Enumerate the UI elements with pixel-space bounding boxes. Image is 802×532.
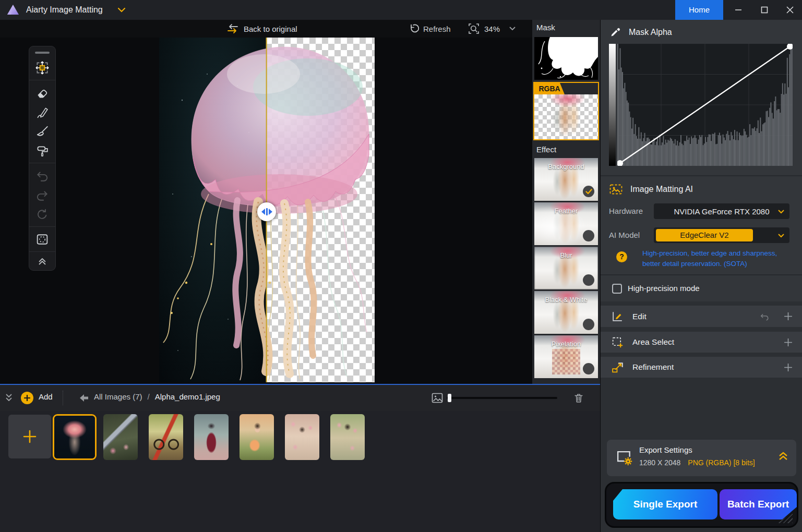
breadcrumb: All Images (7) / Alpha_demo1.jpeg xyxy=(94,392,220,401)
edit-section-row[interactable]: Edit xyxy=(601,306,802,327)
move-tool-button[interactable] xyxy=(31,58,54,77)
thumb-woman-red-dress[interactable] xyxy=(194,414,229,460)
slider-handle[interactable] xyxy=(448,394,451,402)
single-export-button[interactable]: Single Export xyxy=(613,489,717,519)
hardware-dropdown[interactable]: NVIDIA GeForce RTX 2080 xyxy=(654,203,789,219)
ai-model-value: EdgeClear V2 xyxy=(656,229,753,241)
thumbnail-size-slider[interactable] xyxy=(447,397,557,399)
trash-icon xyxy=(573,392,584,404)
right-panel: Mask Alpha Image Matting AI Hardware xyxy=(600,20,802,532)
edit-undo-icon[interactable] xyxy=(759,311,770,322)
effect-label: Blur xyxy=(534,251,598,259)
compare-preview[interactable] xyxy=(159,38,375,382)
thumb-jellyfish-selected[interactable] xyxy=(53,414,97,460)
effect-thumb-pixelation[interactable]: Pixelation xyxy=(534,335,598,378)
divider xyxy=(601,175,802,176)
export-settings-card[interactable]: Export Settings 1280 X 2048 PNG (RGBA) [… xyxy=(607,440,796,476)
effect-unchecked-badge[interactable] xyxy=(583,319,594,330)
high-precision-checkbox[interactable] xyxy=(612,284,622,294)
thumb-axe-in-forest[interactable] xyxy=(103,414,138,460)
rgba-thumbnail-selected[interactable]: RGBA xyxy=(533,82,599,140)
refinement-icon xyxy=(611,361,624,374)
eraser-tool-button[interactable] xyxy=(31,83,54,102)
delete-image-button[interactable] xyxy=(573,392,584,404)
export-resolution: 1280 X 2048 xyxy=(639,458,680,467)
back-to-original-button[interactable]: Back to original xyxy=(226,20,297,38)
edit-icon xyxy=(611,310,624,323)
effect-thumb-feather[interactable]: Feather xyxy=(534,202,598,245)
back-to-original-label: Back to original xyxy=(244,25,297,33)
effect-thumb-background[interactable]: Background xyxy=(534,158,598,201)
paint-roller-icon xyxy=(35,144,49,158)
zoom-dropdown-chevron-icon[interactable] xyxy=(509,27,516,31)
export-settings-icon xyxy=(614,448,634,468)
pen-tool-button[interactable] xyxy=(31,102,54,122)
effect-thumb-blur[interactable]: Blur xyxy=(534,247,598,289)
area-select-section-row[interactable]: Area Select xyxy=(601,332,802,353)
effect-thumb-black-white[interactable]: Black & White xyxy=(534,291,598,334)
thumb-woman-roses[interactable] xyxy=(285,414,319,460)
zoom-control[interactable]: 34% xyxy=(468,20,516,38)
effect-unchecked-badge[interactable] xyxy=(583,230,594,241)
thumb-woman-flower-garden[interactable] xyxy=(330,414,365,460)
marquee-select-button[interactable] xyxy=(31,229,54,249)
thumb-mountain-bike[interactable] xyxy=(149,414,183,460)
back-to-all-images-button[interactable] xyxy=(78,393,90,403)
double-chevron-up-icon xyxy=(37,257,48,265)
export-collapse-chevrons-icon[interactable] xyxy=(777,451,789,462)
refinement-label: Refinement xyxy=(632,362,674,372)
reset-button[interactable] xyxy=(31,204,54,224)
slider-right-arrow-icon xyxy=(269,209,272,215)
ai-model-row: AI Model EdgeClear V2 xyxy=(601,227,802,243)
mask-thumbnail[interactable] xyxy=(534,37,598,80)
refinement-expand-plus-icon[interactable] xyxy=(784,363,793,372)
roller-tool-button[interactable] xyxy=(31,141,54,160)
minimize-button[interactable] xyxy=(726,0,750,20)
help-icon[interactable]: ? xyxy=(616,251,627,262)
title-dropdown-chevron-icon[interactable] xyxy=(118,8,125,13)
back-arrow-icon xyxy=(78,393,90,403)
edit-expand-plus-icon[interactable] xyxy=(784,312,793,321)
slider-left-arrow-icon xyxy=(261,209,265,215)
mask-preview-image xyxy=(534,37,598,80)
thumb-girl-peach-flowers[interactable] xyxy=(240,414,274,460)
plus-icon xyxy=(24,395,30,401)
undo-button[interactable] xyxy=(31,166,54,185)
area-select-expand-plus-icon[interactable] xyxy=(784,338,793,347)
ai-model-dropdown[interactable]: EdgeClear V2 xyxy=(654,227,789,243)
zoom-fit-icon xyxy=(468,22,480,35)
effect-unchecked-badge[interactable] xyxy=(583,274,594,286)
refresh-button[interactable]: Refresh xyxy=(408,20,451,38)
collapse-palette-button[interactable] xyxy=(31,255,54,268)
redo-button[interactable] xyxy=(31,185,54,204)
brush-tool-button[interactable] xyxy=(31,122,54,141)
home-button[interactable]: Home xyxy=(675,0,723,20)
close-button[interactable] xyxy=(778,0,802,20)
palette-drag-handle[interactable] xyxy=(35,52,50,54)
effect-checked-badge[interactable] xyxy=(583,186,594,197)
mask-alpha-histogram[interactable] xyxy=(609,44,793,166)
maximize-button[interactable] xyxy=(752,0,776,20)
app-title: Aiarty Image Matting xyxy=(26,0,103,20)
compare-slider-handle[interactable] xyxy=(257,202,276,221)
refinement-section-row[interactable]: Refinement xyxy=(601,357,802,378)
area-select-label: Area Select xyxy=(632,337,674,347)
ai-model-label: AI Model xyxy=(609,231,640,239)
batch-export-button[interactable]: Batch Export xyxy=(720,489,797,519)
effect-unchecked-badge[interactable] xyxy=(583,363,594,374)
breadcrumb-current-file: Alpha_demo1.jpeg xyxy=(155,392,220,401)
divider xyxy=(29,163,56,163)
divider xyxy=(29,251,56,252)
add-image-tile[interactable] xyxy=(8,415,51,458)
matting-ai-title: Image Matting AI xyxy=(630,185,693,194)
image-matting-ai-icon xyxy=(609,183,623,196)
eraser-icon xyxy=(35,86,49,100)
redo-icon xyxy=(35,188,49,202)
effect-label: Background xyxy=(534,163,598,171)
breadcrumb-all-images[interactable]: All Images (7) xyxy=(94,392,142,401)
add-image-button[interactable] xyxy=(21,392,33,404)
pixelation-overlay xyxy=(552,349,580,374)
filmstrip-toolbar: Add All Images (7) / Alpha_demo1.jpeg xyxy=(0,385,600,411)
histogram-plot xyxy=(617,44,793,166)
collapse-filmstrip-button[interactable] xyxy=(5,393,13,402)
